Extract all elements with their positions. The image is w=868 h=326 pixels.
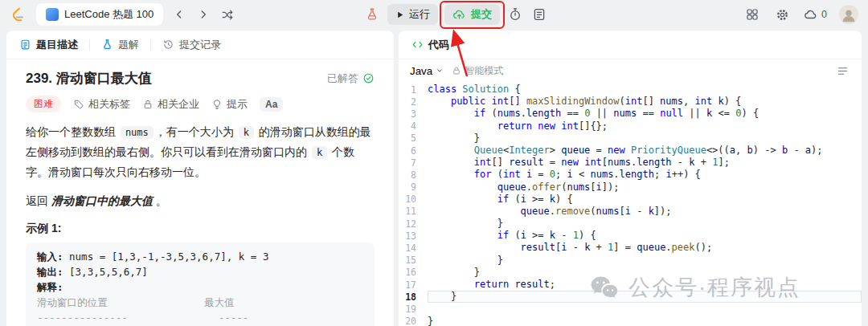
code-line-15[interactable]: 15 } — [399, 255, 862, 267]
code-line-12[interactable]: 12 } — [399, 218, 862, 230]
code-line-14[interactable]: 14 result[i - k + 1] = queue.peek(); — [399, 242, 862, 254]
flask-icon — [365, 7, 379, 22]
code-line-6[interactable]: 6 Queue<Integer> queue = new PriorityQue… — [399, 145, 862, 157]
line-number: 19 — [399, 304, 428, 315]
main-area: 题目描述 题解 提交记录 239. 滑动窗口最大值 — [6, 31, 862, 326]
smart-mode-label: 智能模式 — [465, 64, 503, 78]
topbar-center-group: 运行 提交 — [363, 0, 548, 29]
format-code-button[interactable] — [835, 63, 850, 79]
prev-problem-button[interactable] — [171, 6, 187, 22]
code-line-7[interactable]: 7 int[] result = new int[nums.length - k… — [399, 157, 862, 169]
tab-description-label: 题目描述 — [36, 38, 78, 52]
leetcode-problem-page: { "topbar": { "problem_list_label": "Lee… — [0, 0, 868, 326]
shuffle-icon — [221, 8, 235, 22]
description-paragraph-2: 返回 滑动窗口中的最大值 。 — [26, 191, 375, 210]
code-panel: 代码 Java 智能模式 — [399, 31, 862, 326]
document-icon — [19, 39, 31, 51]
line-number: 15 — [399, 255, 428, 266]
difficulty-badge: 困难 — [26, 96, 61, 112]
related-companies-button[interactable]: 相关企业 — [142, 97, 199, 112]
code-line-3[interactable]: 3 if (nums.length == 0 || nums == null |… — [399, 108, 862, 120]
apps-grid-icon — [745, 7, 760, 22]
code-line-10[interactable]: 10 if (i >= k) { — [399, 194, 862, 206]
code-line-16[interactable]: 16 } — [399, 267, 862, 279]
line-number: 5 — [399, 132, 428, 144]
line-number: 1 — [399, 84, 428, 96]
code-editor[interactable]: 1class Solution {2 public int[] maxSlidi… — [399, 82, 862, 326]
lock-icon — [142, 99, 154, 110]
code-line-20[interactable]: 20} — [399, 316, 862, 326]
code-line-8[interactable]: 8 for (int i = 0; i < nums.length; i++) … — [399, 169, 862, 181]
settings-button[interactable] — [773, 6, 792, 24]
notes-button[interactable] — [530, 6, 548, 23]
timer-button[interactable] — [506, 6, 524, 23]
study-plan-thumbnail-icon — [46, 8, 59, 21]
font-size-button[interactable]: Aa — [260, 97, 283, 112]
cloud-storage-button[interactable]: 0 — [804, 7, 827, 22]
leetcode-logo-icon[interactable] — [10, 6, 28, 24]
code-line-2[interactable]: 2 public int[] maxSlidingWindow(int[] nu… — [399, 96, 862, 108]
chevron-left-icon — [173, 8, 186, 21]
topbar-right-group: 0 — [743, 5, 858, 24]
submit-label: 提交 — [471, 7, 492, 22]
tab-separator — [89, 39, 90, 51]
code-line-17[interactable]: 17 return result; — [399, 279, 862, 291]
line-number: 3 — [399, 108, 428, 120]
code-line-11[interactable]: 11 queue.remove(nums[i - k]); — [399, 206, 862, 218]
run-button[interactable]: 运行 — [387, 4, 438, 25]
code-line-13[interactable]: 13 if (i >= k - 1) { — [399, 230, 862, 242]
shuffle-button[interactable] — [219, 6, 236, 23]
cloud-count: 0 — [821, 9, 827, 20]
tab-description[interactable]: 题目描述 — [19, 38, 78, 52]
line-number: 14 — [399, 242, 428, 254]
play-icon — [395, 10, 404, 19]
line-number: 7 — [399, 157, 428, 169]
align-lines-icon — [837, 65, 849, 77]
chevron-right-icon — [197, 8, 210, 21]
code-line-1[interactable]: 1class Solution { — [399, 84, 862, 96]
history-clock-icon — [162, 39, 174, 51]
line-number: 11 — [399, 206, 428, 217]
gear-icon — [775, 7, 790, 22]
code-line-9[interactable]: 9 queue.offer(nums[i]); — [399, 181, 862, 194]
code-line-5[interactable]: 5 } — [399, 132, 862, 145]
related-tags-button[interactable]: 相关标签 — [73, 97, 130, 112]
problem-meta-row: 困难 相关标签 相关企业 — [26, 96, 375, 112]
problem-content: 239. 滑动窗口最大值 已解答 困难 相关标签 — [6, 59, 394, 326]
line-number: 10 — [399, 194, 428, 205]
language-selector[interactable]: Java — [410, 65, 444, 77]
submit-button-annotated-area: 提交 — [444, 4, 500, 25]
line-number: 20 — [399, 316, 428, 326]
example-line: 输出: [3,3,5,5,6,7] — [37, 264, 363, 279]
problem-list-button[interactable]: LeetCode 热题 100 — [36, 3, 163, 26]
topbar: LeetCode 热题 100 运行 — [0, 0, 868, 29]
debug-flask-button[interactable] — [363, 6, 381, 23]
user-avatar[interactable] — [839, 5, 858, 24]
hint-button[interactable]: 提示 — [211, 97, 248, 112]
lock-icon — [452, 66, 461, 75]
note-icon — [532, 7, 547, 22]
line-number: 2 — [399, 96, 428, 108]
stopwatch-icon — [508, 7, 522, 22]
code-line-19[interactable]: 19 — [399, 303, 862, 315]
line-number: 18 — [399, 291, 428, 303]
tab-submissions[interactable]: 提交记录 — [162, 38, 221, 52]
tab-code[interactable]: 代码 — [411, 38, 449, 52]
code-panel-tabs: 代码 — [399, 31, 862, 59]
submit-button[interactable]: 提交 — [444, 4, 500, 25]
next-problem-button[interactable] — [195, 6, 211, 22]
smart-mode-indicator[interactable]: 智能模式 — [452, 64, 503, 78]
line-number: 8 — [399, 169, 428, 181]
tab-solutions[interactable]: 题解 — [101, 38, 139, 52]
line-number: 17 — [399, 279, 428, 291]
example-line: 滑动窗口的位置 最大值 — [37, 295, 363, 310]
code-brackets-icon — [411, 39, 424, 51]
apps-grid-button[interactable] — [743, 6, 761, 23]
code-line-18[interactable]: 18 } — [399, 291, 862, 303]
check-circle-icon — [362, 72, 375, 84]
problem-panel-tabs: 题目描述 题解 提交记录 — [6, 31, 394, 59]
code-line-4[interactable]: 4 return new int[]{}; — [399, 120, 862, 132]
cloud-icon — [804, 7, 818, 22]
run-label: 运行 — [409, 7, 430, 22]
example-line: --------------- ----- — [37, 310, 363, 325]
